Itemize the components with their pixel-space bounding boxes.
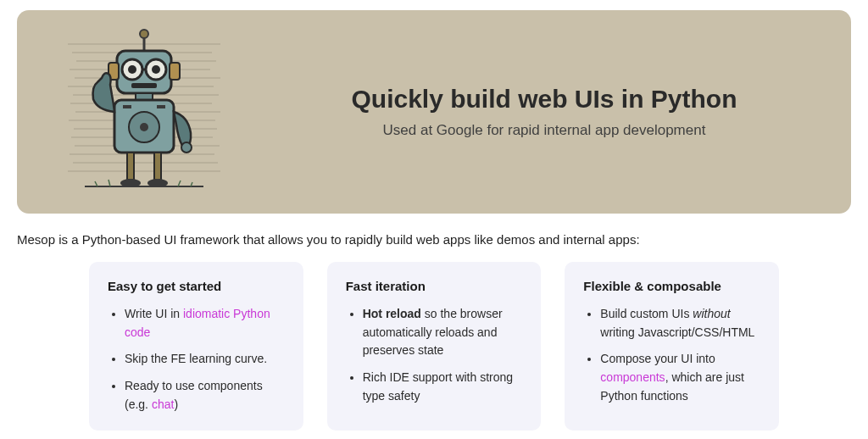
hero-text: Quickly build web UIs in Python Used at … xyxy=(271,85,851,139)
svg-point-30 xyxy=(140,123,148,131)
intro-text: Mesop is a Python-based UI framework tha… xyxy=(17,232,851,247)
card-title: Easy to get started xyxy=(108,279,285,293)
chat-link[interactable]: chat xyxy=(152,397,174,411)
list-item: Compose your UI into components, which a… xyxy=(600,350,760,405)
list-item: Ready to use components (e.g. chat) xyxy=(125,377,285,414)
card-title: Fast iteration xyxy=(346,279,523,293)
card-list: Build custom UIs without writing Javascr… xyxy=(583,305,760,405)
svg-rect-26 xyxy=(131,83,157,88)
card-list: Write UI in idiomatic Python code Skip t… xyxy=(108,305,285,414)
hero-banner: Quickly build web UIs in Python Used at … xyxy=(17,10,851,214)
svg-point-17 xyxy=(140,30,148,38)
list-item: Hot reload so the browser automatically … xyxy=(363,305,523,360)
svg-point-33 xyxy=(181,142,192,153)
robot-illustration xyxy=(17,10,271,214)
list-item: Build custom UIs without writing Javascr… xyxy=(600,305,760,342)
card-fast-iteration: Fast iteration Hot reload so the browser… xyxy=(327,262,542,431)
hero-title: Quickly build web UIs in Python xyxy=(271,85,817,114)
svg-point-23 xyxy=(128,65,136,74)
robot-icon xyxy=(51,19,237,205)
card-easy-to-get-started: Easy to get started Write UI in idiomati… xyxy=(89,262,303,431)
list-item: Rich IDE support with strong type safety xyxy=(363,369,523,405)
svg-rect-34 xyxy=(127,153,134,180)
card-title: Flexible & composable xyxy=(583,279,760,293)
list-item: Write UI in idiomatic Python code xyxy=(125,305,285,342)
list-item: Skip the FE learning curve. xyxy=(125,350,285,369)
svg-rect-35 xyxy=(154,153,161,180)
feature-cards: Easy to get started Write UI in idiomati… xyxy=(17,262,851,431)
svg-point-24 xyxy=(152,65,160,74)
svg-rect-32 xyxy=(157,105,165,108)
card-list: Hot reload so the browser automatically … xyxy=(346,305,523,405)
svg-rect-31 xyxy=(123,105,131,108)
card-flexible-composable: Flexible & composable Build custom UIs w… xyxy=(565,262,779,431)
hero-subtitle: Used at Google for rapid internal app de… xyxy=(271,122,817,139)
components-link[interactable]: components xyxy=(600,370,665,384)
svg-rect-20 xyxy=(170,63,180,80)
